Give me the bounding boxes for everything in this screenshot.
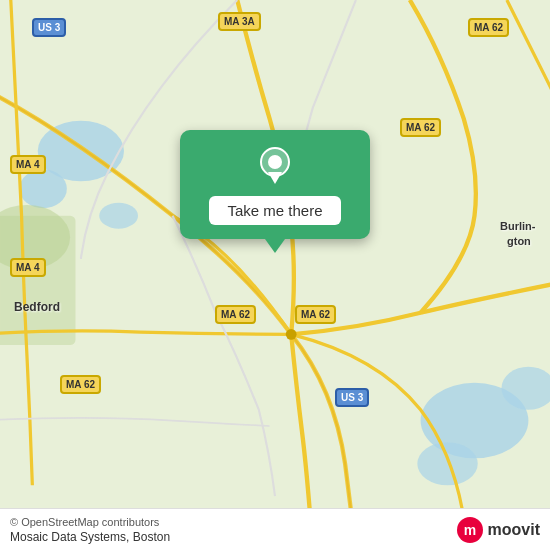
road-label-ma4-top: MA 4 (10, 155, 46, 174)
road-label-ma62-right: MA 62 (400, 118, 441, 137)
svg-marker-12 (268, 172, 282, 184)
road-label-us3-bottom: US 3 (335, 388, 369, 407)
location-pin-icon (254, 146, 296, 188)
road-label-ma3a: MA 3A (218, 12, 261, 31)
svg-point-9 (286, 329, 297, 340)
place-label-burlington2: gton (507, 235, 531, 247)
svg-point-11 (268, 155, 282, 169)
place-label-burlington: Burlin- (500, 220, 535, 232)
road-label-ma62-mid2: MA 62 (295, 305, 336, 324)
popup-card: Take me there (180, 130, 370, 239)
road-label-ma4-bottom: MA 4 (10, 258, 46, 277)
road-label-ma62-bottom: MA 62 (60, 375, 101, 394)
moovit-logo-text: moovit (488, 521, 540, 539)
svg-point-3 (99, 203, 138, 229)
moovit-logo-icon: m (456, 516, 484, 544)
bottom-bar: © OpenStreetMap contributors Mosaic Data… (0, 508, 550, 550)
place-label-bedford: Bedford (14, 300, 60, 314)
map-container: US 3 MA 3A MA 62 MA 62 MA 4 MA 4 MA 62 M… (0, 0, 550, 550)
location-title: Mosaic Data Systems, Boston (10, 530, 170, 544)
take-me-there-button[interactable]: Take me there (209, 196, 340, 225)
attribution-text: © OpenStreetMap contributors (10, 516, 170, 528)
road-label-us3-top: US 3 (32, 18, 66, 37)
svg-point-6 (417, 442, 477, 485)
road-label-ma62-mid: MA 62 (215, 305, 256, 324)
road-label-ma62-top-right: MA 62 (468, 18, 509, 37)
moovit-logo: m moovit (456, 516, 540, 544)
map-background (0, 0, 550, 550)
bottom-info: © OpenStreetMap contributors Mosaic Data… (10, 516, 170, 544)
svg-point-2 (19, 169, 66, 208)
svg-text:m: m (463, 522, 475, 538)
